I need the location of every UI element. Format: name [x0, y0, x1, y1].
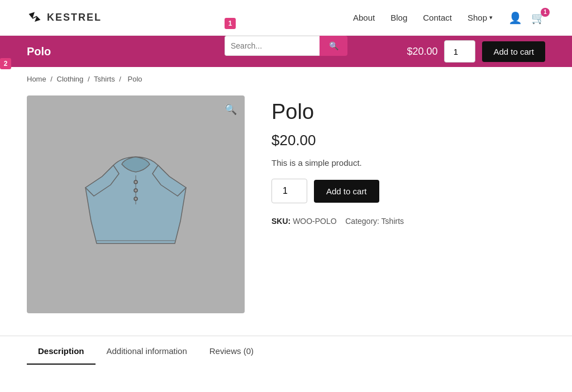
- sticky-add-to-cart-button[interactable]: Add to cart: [482, 41, 545, 62]
- breadcrumb-current: Polo: [128, 75, 142, 83]
- logo[interactable]: KESTREL: [27, 10, 102, 26]
- quantity-input[interactable]: [271, 179, 307, 203]
- zoom-icon[interactable]: 🔍: [225, 103, 237, 116]
- nav-blog[interactable]: Blog: [390, 13, 407, 22]
- category-link[interactable]: Tshirts: [382, 217, 404, 226]
- product-info: Polo $20.00 This is a simple product. Ad…: [271, 95, 545, 313]
- sticky-quantity-input[interactable]: [444, 40, 475, 63]
- cart-count-badge: 1: [541, 8, 550, 17]
- quantity-cart-row: Add to cart: [271, 179, 545, 203]
- sticky-product-title: Polo: [27, 45, 51, 58]
- breadcrumb-tshirts[interactable]: Tshirts: [94, 75, 115, 83]
- breadcrumb-home[interactable]: Home: [27, 75, 46, 83]
- product-image[interactable]: [63, 132, 208, 277]
- sku-label: SKU:: [271, 217, 290, 226]
- product-meta: SKU: WOO-POLO Category: Tshirts: [271, 217, 545, 226]
- nav-about[interactable]: About: [353, 13, 375, 22]
- product-description: This is a simple product.: [271, 158, 545, 168]
- add-to-cart-button[interactable]: Add to cart: [314, 180, 379, 203]
- nav-contact[interactable]: Contact: [423, 13, 452, 22]
- logo-icon: [27, 10, 42, 26]
- svg-point-2: [134, 189, 137, 192]
- cart-icon-wrap[interactable]: 🛒 1: [531, 11, 545, 25]
- product-tabs: Description Additional information Revie…: [27, 336, 545, 365]
- main-nav: About Blog Contact Shop ▾ 👤 🛒 1: [353, 11, 545, 25]
- chevron-down-icon: ▾: [489, 14, 493, 21]
- nav-shop[interactable]: Shop ▾: [468, 13, 493, 22]
- tab-additional-information[interactable]: Additional information: [96, 336, 198, 365]
- svg-point-1: [134, 180, 137, 184]
- header-icons: 👤 🛒 1: [508, 11, 545, 25]
- product-image-container: 🔍: [27, 95, 245, 313]
- annotation-badge-2: 2: [0, 58, 11, 69]
- breadcrumb-clothing[interactable]: Clothing: [57, 75, 84, 83]
- search-input[interactable]: [225, 36, 320, 56]
- search-submit-button[interactable]: 🔍: [320, 36, 347, 56]
- logo-text: KESTREL: [47, 12, 102, 23]
- product-tabs-area: Description Additional information Revie…: [0, 336, 572, 365]
- product-area: 🔍 Polo $20: [0, 91, 572, 331]
- sticky-bar-right: $20.00 Add to cart: [407, 40, 545, 63]
- product-title: Polo: [271, 100, 545, 124]
- search-overlay: 🔍 1: [225, 36, 347, 56]
- svg-point-3: [134, 197, 137, 200]
- product-price: $20.00: [271, 132, 545, 149]
- sku-value: WOO-POLO: [293, 217, 337, 226]
- annotation-badge-1: 1: [225, 18, 236, 29]
- tab-description[interactable]: Description: [27, 336, 96, 365]
- tab-reviews[interactable]: Reviews (0): [198, 336, 265, 365]
- breadcrumb: Home / Clothing / Tshirts / Polo: [0, 67, 572, 91]
- category-label: Category:: [345, 217, 379, 226]
- sticky-product-price: $20.00: [407, 46, 437, 58]
- user-icon[interactable]: 👤: [508, 11, 522, 25]
- header: KESTREL About Blog Contact Shop ▾ 👤 🛒 1: [0, 0, 572, 36]
